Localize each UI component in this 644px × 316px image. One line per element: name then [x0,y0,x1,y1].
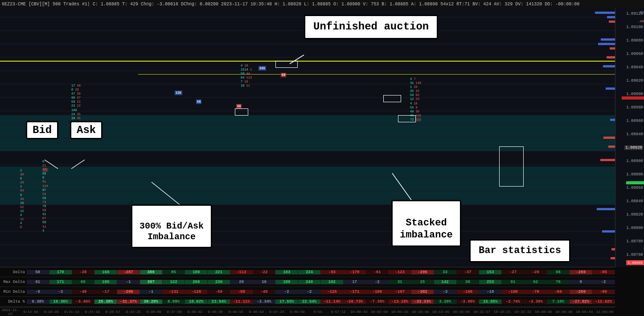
hist-bar-neg49 [609,21,615,23]
stat-cell-r3-c9: -11.11% [230,299,253,304]
delta-pct-label: Delta % [0,299,27,304]
stat-cell-r1-c2: 65 [72,280,95,284]
stat-cell-r0-c16: -123 [389,270,411,274]
time-label-25: 10:32:32 [513,310,533,314]
imbalance-box-2 [275,61,298,68]
price-1.08880: 1.08880 [626,172,643,177]
grid-line [0,218,615,218]
stat-cell-r3-c11: 17.55% [275,299,298,304]
time-label-20: 10:10:39 [410,310,431,314]
stat-cell-r2-c16: -167 [389,290,411,294]
stat-cell-r0-c23: 66 [547,270,570,274]
right-label-67: 67 [640,10,644,14]
hist-bar-40 [610,119,615,121]
price-1.08960: 1.08960 [626,119,643,123]
time-label-1: 9:14:56 [21,310,41,314]
stat-cell-r1-c11: 189 [275,280,298,284]
top-bar-text: 6EZ23-CME [CBV][M] 500 Trades #1| C: 1.0… [2,2,579,7]
annotation-imbalance: 300% Bid/Ask Imbalance [131,204,212,248]
time-label-5: 9:28:57 [103,310,123,314]
time-label-24: 10:25:21 [492,310,513,314]
fp-right-area: 4 7 31 148 1 26 35 32 59 82 12 23 4 10 5… [410,77,421,122]
delta-label: Delta [0,270,27,274]
time-label-15: 9:53 [308,310,328,314]
stat-cell-r0-c3: 168 [94,270,117,274]
stat-cell-r0-c15: -61 [366,270,389,274]
grid-line [0,71,615,71]
stat-cell-r2-c25: -95 [592,290,615,294]
stat-cell-r1-c16: 31 [389,280,411,284]
price-1.08800: 1.08800 [626,226,643,230]
stat-cell-r2-c15: -108 [366,290,389,294]
imbalance-box-1 [235,108,248,116]
time-label-22: 10:19:45 [451,310,472,314]
time-bar: 2023-11-179:14:569:18:269:21:139:24:199:… [0,307,615,316]
time-label-11: 9:44:15 [226,310,246,314]
stat-cell-r1-c1: 171 [49,280,72,284]
stat-cell-r1-c21: 91 [502,280,525,284]
hist-bar-67 [607,16,615,18]
fp-col-2: 021 3489 061124 8753 5873 7050 4167 5811… [42,160,48,233]
stat-cell-r0-c5: 386 [140,270,163,274]
hist-bar-76 [606,87,615,90]
annotation-stacked: Stacked imbalance [391,200,461,247]
fp-center: 4 18 1514 1 50 44 84 113 7 10 10 11 [241,64,252,88]
hist-bar-green [626,181,644,184]
stat-cell-r3-c0: 6.38% [27,299,49,304]
stat-cell-r0-c21: -27 [502,270,525,274]
time-label-0: 2023-11-17 [0,308,21,316]
time-label-29: 11:04:48 [595,310,615,314]
price-1.08940: 1.08940 [626,132,643,137]
hist-bar-105 [602,230,615,233]
max-delta-label: Max Delta [0,280,27,284]
time-label-7: 9:36:09 [144,310,164,314]
hist-bar-neg27 [611,248,615,250]
hist-bar-neg44 [610,47,615,50]
stat-cell-r2-c2: -49 [72,290,95,294]
stat-cell-r2-c22: -70 [525,290,547,294]
grid-line [0,44,615,44]
stat-cell-r1-c7: 269 [185,280,208,284]
price-1.09000: 1.09000 [626,92,643,96]
stat-cell-r1-c25: -2 [592,280,615,284]
stat-cell-r1-c17: 25 [411,280,434,284]
stat-cell-r0-c18: 33 [434,270,457,274]
time-label-18: 10:02:50 [369,310,390,314]
stat-cell-r0-c17: -296 [411,270,434,274]
hist-bar-neg70 [607,56,615,58]
stat-cell-r1-c12: 240 [298,280,321,284]
yellow-line [0,61,615,62]
grid-line [0,57,615,58]
time-label-17: 10:00:43 [349,310,369,314]
price-1.08900: 1.08900 [626,159,643,163]
price-1.09080: 1.09080 [626,38,643,43]
time-label-3: 9:21:13 [62,310,82,314]
time-label-19: 10:04:15 [390,310,410,314]
stat-cell-r1-c0: 91 [27,280,49,284]
stat-cell-r3-c10: -2.34% [253,299,276,304]
imbalance-box-3 [383,95,401,102]
hist-bar-neg54 [608,146,615,148]
stat-cell-r3-c22: -3.39% [525,299,547,304]
stat-cell-r1-c9: 20 [230,280,253,284]
stat-cell-r3-c24: -27.82% [570,299,592,304]
price-1.08780: 1.08780 [626,239,643,244]
imbalance-cell-blue-3: 156 [258,66,266,71]
time-label-16: 9:57:12 [328,310,349,314]
time-label-12: 9:46:54 [246,310,267,314]
last-bar-box [499,146,524,187]
stat-cell-r2-c9: -98 [230,290,253,294]
min-delta-row: Min Delta -5-3-49-17-290-1-131-128-59-98… [0,287,615,297]
price-1.09100: 1.09100 [626,25,643,29]
stat-cell-r3-c1: 19.36% [49,299,72,304]
stat-cell-r1-c8: 236 [208,280,230,284]
time-label-8: 9:37:50 [164,310,185,314]
stat-cell-r2-c11: -2 [275,290,298,294]
stat-cell-r1-c24: 9 [570,280,592,284]
stat-cell-r0-c12: 224 [298,270,321,274]
stat-cell-r2-c19: -168 [457,290,480,294]
stat-cell-r0-c20: 153 [479,270,502,274]
time-label-21: 10:13:45 [431,310,451,314]
stat-cell-r2-c6: -131 [163,290,185,294]
stat-cell-r1-c5: 387 [140,280,163,284]
